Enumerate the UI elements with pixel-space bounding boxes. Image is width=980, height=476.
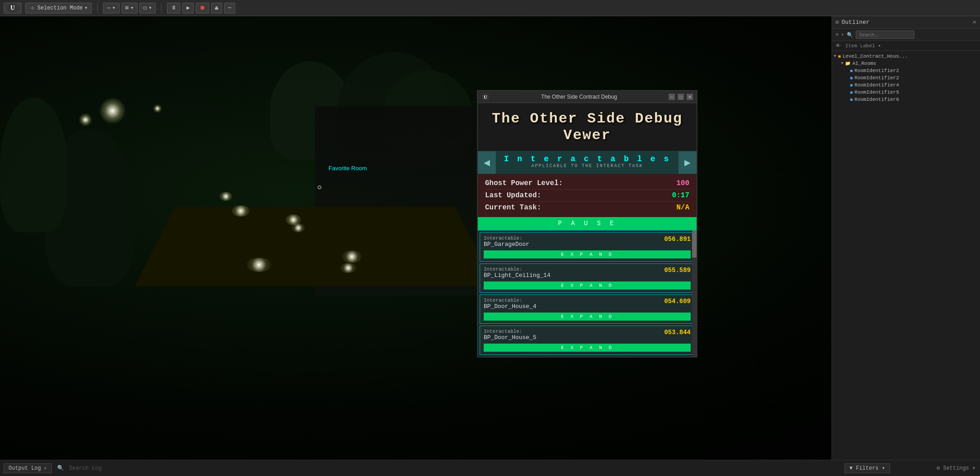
favorite-room-label: Favorite Room xyxy=(328,165,367,172)
item-label-text: Item Label ▾ xyxy=(845,43,881,49)
output-log-label: Output Log xyxy=(9,465,41,471)
pause-btn[interactable]: ⏸ xyxy=(167,3,180,14)
interactable-header-3: Interactable: BP_Door_House_5 053.844 xyxy=(484,329,691,341)
eye-icon: 👁 xyxy=(836,43,841,49)
main-toolbar: U ⊹ Selection Mode ▾ ↔ ▾ ⊞ ▾ ◻ ▾ ⏸ ▶ ⏹ xyxy=(0,0,980,16)
filters-btn[interactable]: ▼ Filters ▾ xyxy=(845,463,890,473)
tree-item-ai-rooms[interactable]: ▼ 📁 AI_Rooms xyxy=(832,60,980,67)
settings-btn[interactable]: ⚙ Settings ▾ xyxy=(937,465,976,471)
eject-btn[interactable]: ⏏ xyxy=(211,3,222,14)
interactable-value-2: 054.609 xyxy=(664,298,691,305)
toolbar-divider-1 xyxy=(97,4,98,13)
tree-item-room-3[interactable]: ◼ RoomIdentifier4 xyxy=(832,82,980,89)
debug-maximize-btn[interactable]: □ xyxy=(678,94,684,100)
snap-icon: ⊞ xyxy=(126,5,129,11)
output-log-close-btn[interactable]: ✕ xyxy=(44,465,47,471)
debug-window-controls: ─ □ ✕ xyxy=(669,94,693,100)
tree-arrow-root: ▼ xyxy=(834,54,836,59)
stop-btn[interactable]: ⏹ xyxy=(196,3,209,14)
expand-btn-2[interactable]: E X P A N D xyxy=(484,313,691,321)
camera-dropdown-icon: ▾ xyxy=(148,5,152,11)
debug-nav-center: I n t e r a c t a b l e s APPLICABLE TO … xyxy=(496,151,679,174)
expand-btn-0[interactable]: E X P A N D xyxy=(484,250,691,258)
interactable-info-0: Interactable: BP_GarageDoor xyxy=(484,236,529,248)
tree-item-room-1[interactable]: ◼ RoomIdentifier2 xyxy=(832,67,980,74)
expand-btn-1[interactable]: E X P A N D xyxy=(484,281,691,290)
tree-room-1-label: RoomIdentifier2 xyxy=(854,68,899,73)
path-light-2 xyxy=(232,205,250,217)
last-updated-value: 0:17 xyxy=(672,191,689,199)
interactable-value-1: 055.589 xyxy=(664,267,691,274)
selection-mode-label: Selection Mode xyxy=(37,5,83,11)
move-icon: ↔ xyxy=(107,5,110,11)
search-icon: 🔍 xyxy=(57,465,64,471)
tree-icon-room-4: ◼ xyxy=(850,90,853,95)
transform-btn[interactable]: ↔ ▾ xyxy=(103,3,119,14)
debug-close-btn[interactable]: ✕ xyxy=(687,94,693,100)
debug-nav-label: I n t e r a c t a b l e s xyxy=(504,154,670,163)
debug-main-title: The Other Side Debug Vewer xyxy=(478,103,697,151)
debug-list-scrollbar[interactable] xyxy=(692,231,697,357)
outliner-panel: ⊞ Outliner ✕ ≡ ▾ 🔍 👁 Item Label ▾ ▼ ◼ Le… xyxy=(832,16,980,460)
interactable-name-2: BP_Door_House_4 xyxy=(484,303,536,310)
interactable-header-0: Interactable: BP_GarageDoor 056.891 xyxy=(484,236,691,248)
outliner-close-btn[interactable]: ✕ xyxy=(972,19,976,25)
outliner-filter-dropdown: ▾ xyxy=(841,32,844,37)
snap-btn[interactable]: ⊞ ▾ xyxy=(121,3,138,14)
path-light-4 xyxy=(292,223,305,232)
expand-btn-3[interactable]: E X P A N D xyxy=(484,344,691,352)
outliner-title-text: Outliner xyxy=(841,19,869,26)
settings-label: ⚙ Settings ▾ xyxy=(937,465,976,471)
filters-label: ▼ Filters ▾ xyxy=(850,465,885,471)
pause-bar[interactable]: P A U S E xyxy=(478,217,697,230)
interactable-name-3: BP_Door_House_5 xyxy=(484,334,536,341)
ue-logo-btn[interactable]: U xyxy=(4,3,22,14)
current-task-label: Current Task: xyxy=(485,204,541,212)
interactable-value-3: 053.844 xyxy=(664,329,691,336)
interactable-info-3: Interactable: BP_Door_House_5 xyxy=(484,329,536,341)
debug-panel-title: The Other Side Contract Debug xyxy=(541,94,617,100)
tree-item-room-2[interactable]: ◼ RoomIdentifier2 xyxy=(832,74,980,82)
more-btn[interactable]: ⋯ xyxy=(224,3,235,14)
interactable-label-0: Interactable: xyxy=(484,236,529,241)
interactable-header-2: Interactable: BP_Door_House_4 054.609 xyxy=(484,298,691,310)
debug-nav: ◀ I n t e r a c t a b l e s APPLICABLE T… xyxy=(478,151,697,174)
outliner-filter-bar: ≡ ▾ 🔍 xyxy=(832,29,980,41)
play-btn[interactable]: ▶ xyxy=(182,3,193,14)
output-log-tab[interactable]: Output Log ✕ xyxy=(4,463,52,473)
interactable-item-2: Interactable: BP_Door_House_4 054.609 E … xyxy=(480,295,695,324)
debug-interactables-list: Interactable: BP_GarageDoor 056.891 E X … xyxy=(478,230,697,357)
play-icon: ▶ xyxy=(186,5,189,11)
tree-folder-icon-ai-rooms: 📁 xyxy=(845,61,850,66)
tree-icon-room-3: ◼ xyxy=(850,82,853,88)
debug-titlebar: U The Other Side Contract Debug ─ □ ✕ xyxy=(478,91,697,103)
outliner-title-area: ⊞ Outliner xyxy=(836,19,870,26)
debug-nav-right-btn[interactable]: ▶ xyxy=(679,151,697,174)
tree-item-root[interactable]: ▼ ◼ Level_Contract_Hous... xyxy=(832,53,980,60)
tree-room-4-label: RoomIdentifier5 xyxy=(854,90,899,95)
current-task-row: Current Task: N/A xyxy=(485,202,689,213)
interactable-value-0: 056.891 xyxy=(664,236,691,243)
path-light-7 xyxy=(340,263,356,273)
interactable-item-1: Interactable: BP_Light_Ceiling_14 055.58… xyxy=(480,263,695,293)
debug-list-scrollbar-thumb[interactable] xyxy=(692,231,697,258)
more-icon: ⋯ xyxy=(228,5,231,11)
tree-item-room-4[interactable]: ◼ RoomIdentifier5 xyxy=(832,89,980,96)
camera-btn[interactable]: ◻ ▾ xyxy=(139,3,156,14)
last-updated-row: Last Updated: 0:17 xyxy=(485,190,689,202)
debug-minimize-btn[interactable]: ─ xyxy=(669,94,675,100)
outliner-panel-icon: ⊞ xyxy=(836,19,839,26)
transform-dropdown-icon: ▾ xyxy=(112,5,115,11)
tree-item-room-5[interactable]: ◼ RoomIdentifier6 xyxy=(832,96,980,103)
bottom-bar: Output Log ✕ 🔍 Search Log ▼ Filters ▾ ⚙ … xyxy=(0,460,980,476)
selection-mode-btn[interactable]: ⊹ Selection Mode ▾ xyxy=(25,3,92,14)
outliner-search-input[interactable] xyxy=(856,31,914,39)
stop-icon: ⏹ xyxy=(200,5,205,11)
tree-icon-room-5: ◼ xyxy=(850,97,853,102)
outliner-item-label: 👁 Item Label ▾ xyxy=(832,41,980,51)
toolbar-divider-2 xyxy=(161,4,162,13)
tree-icon-room-1: ◼ xyxy=(850,68,853,73)
debug-nav-left-btn[interactable]: ◀ xyxy=(478,151,496,174)
ghost-power-label: Ghost Power Level: xyxy=(485,179,563,187)
tree-room-2-label: RoomIdentifier2 xyxy=(854,75,899,81)
